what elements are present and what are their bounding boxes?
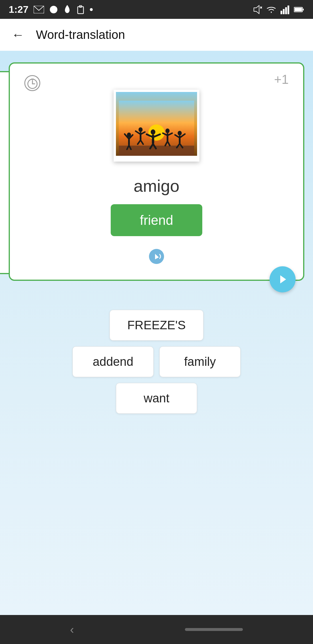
answer-button[interactable]: friend xyxy=(111,204,202,236)
signal-icon xyxy=(281,5,290,14)
card-top-row: +1 xyxy=(24,72,289,91)
battery-icon xyxy=(294,7,304,12)
choice-button-want[interactable]: want xyxy=(116,383,197,414)
choice-button-freezes[interactable]: FREEZE'S xyxy=(110,310,203,341)
status-right xyxy=(253,5,304,14)
svg-point-34 xyxy=(151,129,155,135)
status-dot xyxy=(90,8,93,11)
status-time: 1:27 xyxy=(9,4,28,15)
svg-rect-11 xyxy=(287,6,289,14)
svg-point-46 xyxy=(178,131,182,135)
svg-point-40 xyxy=(165,129,170,133)
silhouette-image xyxy=(119,101,194,156)
svg-rect-18 xyxy=(31,79,34,80)
choice-button-family[interactable]: family xyxy=(159,346,241,377)
clipboard-icon xyxy=(77,5,85,14)
next-arrow-icon xyxy=(276,273,289,286)
main-content: +1 xyxy=(0,51,313,615)
choice-button-addend[interactable]: addend xyxy=(72,346,154,377)
home-indicator xyxy=(185,628,243,631)
svg-rect-14 xyxy=(303,9,304,10)
svg-marker-53 xyxy=(280,275,286,283)
word-choices: FREEZE'S addend family want xyxy=(0,310,313,425)
svg-point-28 xyxy=(139,127,143,132)
card-wrapper: +1 xyxy=(9,62,304,281)
status-left: 1:27 xyxy=(9,4,93,15)
svg-rect-2 xyxy=(78,7,83,14)
svg-rect-8 xyxy=(281,11,282,14)
page-title: Word-translation xyxy=(36,28,125,42)
svg-rect-10 xyxy=(285,7,287,14)
score-badge: +1 xyxy=(274,72,289,87)
svg-rect-9 xyxy=(283,9,285,14)
circle-icon xyxy=(49,5,58,14)
mute-icon xyxy=(253,5,262,14)
choice-row-2: addend family xyxy=(72,346,241,377)
svg-point-1 xyxy=(50,6,57,13)
polaroid-image xyxy=(116,92,197,156)
next-button[interactable] xyxy=(270,266,296,292)
back-nav-arrow[interactable]: ‹ xyxy=(70,623,74,636)
choice-row-1: FREEZE'S xyxy=(110,310,203,341)
bottom-nav: ‹ xyxy=(0,615,313,644)
nav-bar: ← Word-translation xyxy=(0,19,313,51)
word-display: amigo xyxy=(134,176,179,196)
back-button[interactable]: ← xyxy=(9,25,27,45)
audio-icon[interactable] xyxy=(148,248,165,265)
fire-icon xyxy=(63,5,71,14)
svg-point-4 xyxy=(90,8,93,11)
flash-card: +1 xyxy=(9,62,304,281)
choice-row-3: want xyxy=(116,383,197,414)
status-bar: 1:27 xyxy=(0,0,313,19)
svg-rect-13 xyxy=(294,8,302,11)
polaroid-frame xyxy=(114,90,199,162)
svg-marker-5 xyxy=(254,6,259,14)
gmail-icon xyxy=(34,6,44,13)
wifi-icon xyxy=(266,6,276,14)
timer-icon xyxy=(24,75,40,91)
